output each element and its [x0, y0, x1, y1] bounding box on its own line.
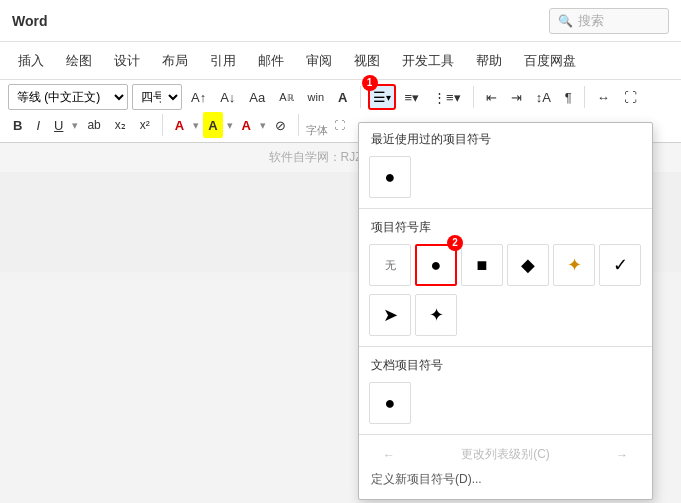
increase-font-btn[interactable]: A↑: [186, 84, 211, 110]
ribbon-divider1: [360, 86, 361, 108]
dropdown-arrow: ▾: [386, 92, 391, 103]
clear-format-btn[interactable]: ⊘: [270, 112, 291, 138]
menu-view[interactable]: 视图: [344, 47, 390, 75]
show-marks-btn[interactable]: ¶: [560, 84, 577, 110]
font-color-arrow[interactable]: ▾: [193, 119, 199, 132]
underline-arrow[interactable]: ▾: [72, 119, 78, 132]
doc-bullet-1[interactable]: ●: [369, 382, 411, 424]
define-new-bullet-link[interactable]: 定义新项目符号(D)...: [371, 468, 640, 491]
search-box[interactable]: 🔍 搜索: [549, 8, 669, 34]
library-bullets-row2: ➤ ✦: [359, 294, 652, 344]
menu-developer[interactable]: 开发工具: [392, 47, 464, 75]
subscript-btn[interactable]: x₂: [110, 112, 131, 138]
recent-section-title: 最近使用过的项目符号: [359, 123, 652, 152]
strikethrough-btn[interactable]: ab: [82, 112, 105, 138]
menu-layout[interactable]: 布局: [152, 47, 198, 75]
ribbon-divider3: [584, 86, 585, 108]
title-bar: Word 🔍 搜索: [0, 0, 681, 42]
change-level-right-arrow: →: [616, 445, 628, 465]
menu-baidupan[interactable]: 百度网盘: [514, 47, 586, 75]
bullet-dropdown-panel: 最近使用过的项目符号 ● 项目符号库 无 2 ● ■ ◆ ✦ ✓ ➤ ✦ 文档项…: [358, 122, 653, 500]
doc-bullets-grid: ●: [359, 378, 652, 432]
list-btn-group: 1 ☰ ▾: [368, 84, 396, 110]
bold-btn[interactable]: B: [8, 112, 27, 138]
font-color-btn[interactable]: A: [170, 112, 189, 138]
numbered-list-btn[interactable]: ≡▾: [400, 84, 425, 110]
superscript-btn[interactable]: x²: [135, 112, 155, 138]
recent-bullets-grid: ●: [359, 152, 652, 206]
multilevel-list-btn[interactable]: ⋮≡▾: [428, 84, 466, 110]
search-icon: 🔍: [558, 14, 573, 28]
decrease-font-btn[interactable]: A↓: [215, 84, 240, 110]
library-bullet-star2[interactable]: ✦: [415, 294, 457, 336]
menu-insert[interactable]: 插入: [8, 47, 54, 75]
menu-design[interactable]: 设计: [104, 47, 150, 75]
font-color2-arrow[interactable]: ▾: [260, 119, 266, 132]
highlight-btn[interactable]: A: [203, 112, 222, 138]
increase-indent-btn[interactable]: ⇥: [506, 84, 527, 110]
library-bullet-dot[interactable]: ●: [415, 244, 457, 286]
sort-btn[interactable]: ↕A: [531, 84, 556, 110]
menu-draw[interactable]: 绘图: [56, 47, 102, 75]
font-family-dropdown[interactable]: 等线 (中文正文): [8, 84, 128, 110]
recent-bullet-1[interactable]: ●: [369, 156, 411, 198]
bullet-list-icon: ☰: [373, 89, 386, 105]
library-bullet-star[interactable]: ✦: [553, 244, 595, 286]
expand-btn[interactable]: ⛶: [619, 84, 642, 110]
highlight-arrow[interactable]: ▾: [227, 119, 233, 132]
library-bullet-none[interactable]: 无: [369, 244, 411, 286]
ribbon-divider5: [298, 114, 299, 136]
align-left-btn[interactable]: ↔: [592, 84, 615, 110]
menu-reference[interactable]: 引用: [200, 47, 246, 75]
search-placeholder-text: 搜索: [578, 12, 604, 30]
decrease-indent-btn[interactable]: ⇤: [481, 84, 502, 110]
dropdown-footer: ← 更改列表级别(C) → 定义新项目符号(D)...: [359, 437, 652, 499]
library-bullet-square[interactable]: ■: [461, 244, 503, 286]
library-bullet-arrow[interactable]: ➤: [369, 294, 411, 336]
section-divider1: [359, 208, 652, 209]
library-bullet-check[interactable]: ✓: [599, 244, 641, 286]
change-level-row: ← 更改列表级别(C) →: [371, 441, 640, 468]
section-divider3: [359, 434, 652, 435]
font-color2-btn[interactable]: A: [237, 112, 256, 138]
ribbon-row1: 等线 (中文正文) 四号 A↑ A↓ Aa Aℝ win A 1 ☰ ▾ ≡▾ …: [8, 84, 673, 110]
badge1: 1: [362, 75, 378, 91]
font-style-btn[interactable]: Aℝ: [274, 84, 298, 110]
menu-help[interactable]: 帮助: [466, 47, 512, 75]
font-size-dropdown[interactable]: 四号: [132, 84, 182, 110]
ribbon-divider2: [473, 86, 474, 108]
library-bullet-diamond[interactable]: ◆: [507, 244, 549, 286]
app-title: Word: [12, 13, 48, 29]
badge2: 2: [447, 235, 463, 251]
font-case-btn[interactable]: Aa: [244, 84, 270, 110]
win-btn[interactable]: win: [303, 84, 330, 110]
underline-btn[interactable]: U: [49, 112, 68, 138]
change-level-left-arrow: ←: [383, 445, 395, 465]
library-bullet-dot-wrapper: 2 ●: [415, 244, 457, 286]
library-bullets-grid: 无 2 ● ■ ◆ ✦ ✓: [359, 240, 652, 294]
expand-font-icon[interactable]: ⛶: [334, 119, 345, 131]
library-section-title: 项目符号库: [359, 211, 652, 240]
font-a-btn[interactable]: A: [333, 84, 352, 110]
define-new-bullet-text: 定义新项目符号(D)...: [371, 471, 482, 488]
doc-section-title: 文档项目符号: [359, 349, 652, 378]
menu-review[interactable]: 审阅: [296, 47, 342, 75]
change-level-label: 更改列表级别(C): [461, 443, 550, 466]
menu-mail[interactable]: 邮件: [248, 47, 294, 75]
ribbon-divider4: [162, 114, 163, 136]
italic-btn[interactable]: I: [31, 112, 45, 138]
font-section-label: 字体: [306, 123, 328, 138]
menu-bar: 插入 绘图 设计 布局 引用 邮件 审阅 视图 开发工具 帮助 百度网盘: [0, 42, 681, 80]
section-divider2: [359, 346, 652, 347]
